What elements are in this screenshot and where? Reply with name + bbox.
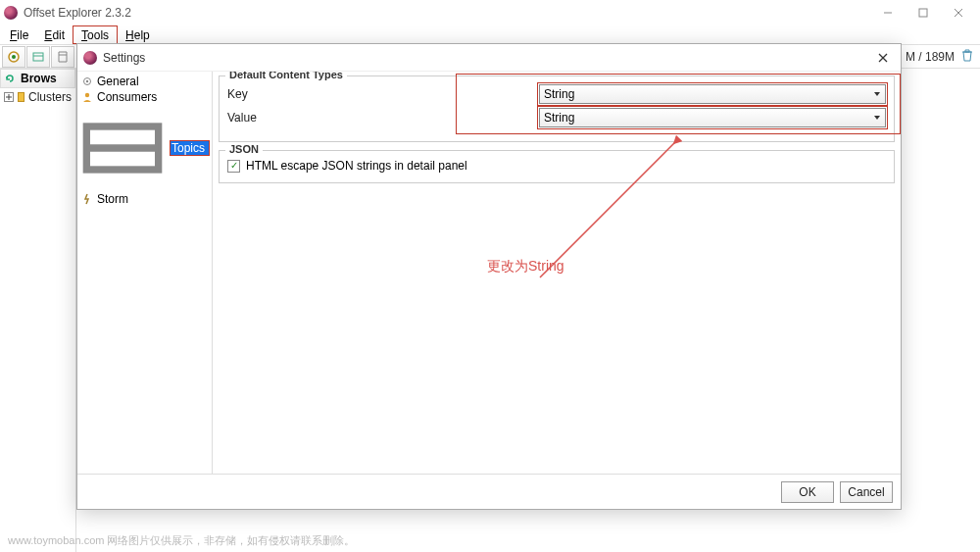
- toolbar-btn-2[interactable]: [26, 46, 50, 68]
- menubar: File Edit Tools Help: [0, 25, 980, 45]
- svg-point-15: [85, 93, 89, 97]
- settings-tree-topics[interactable]: Topics: [79, 105, 210, 191]
- dialog-title: Settings: [103, 51, 871, 65]
- ok-button[interactable]: OK: [781, 481, 834, 503]
- window-maximize-button[interactable]: [906, 0, 941, 25]
- dropdown-value: String: [544, 111, 574, 125]
- window-titlebar: Offset Explorer 2.3.2: [0, 0, 980, 25]
- gear-icon: [81, 75, 93, 87]
- menu-help[interactable]: Help: [118, 25, 158, 44]
- dialog-close-button[interactable]: [871, 48, 895, 68]
- window-close-button[interactable]: [941, 0, 976, 25]
- checkbox-label: HTML escape JSON strings in detail panel: [246, 159, 467, 173]
- settings-tree: General Consumers Topics Storm: [77, 72, 213, 474]
- settings-tree-consumers[interactable]: Consumers: [79, 89, 210, 105]
- topics-icon: [79, 105, 166, 191]
- cancel-button[interactable]: Cancel: [840, 481, 893, 503]
- window-minimize-button[interactable]: [870, 0, 906, 25]
- value-label: Value: [227, 111, 539, 125]
- group-title: Default Content Types: [225, 72, 347, 80]
- tree-item-clusters[interactable]: Clusters: [0, 88, 75, 106]
- dialog-footer: OK Cancel: [77, 474, 901, 509]
- annotation-text: 更改为String: [487, 258, 564, 276]
- settings-tree-general[interactable]: General: [79, 74, 210, 89]
- memory-label: M / 189M: [906, 50, 955, 64]
- key-label: Key: [227, 87, 539, 101]
- app-icon: [4, 6, 18, 20]
- tree-label: Storm: [97, 192, 128, 206]
- toolbar-btn-1[interactable]: [2, 46, 25, 68]
- expand-icon[interactable]: [4, 92, 14, 102]
- value-dropdown[interactable]: String: [539, 108, 886, 127]
- dropdown-value: String: [544, 87, 574, 101]
- svg-point-14: [86, 80, 88, 82]
- chevron-down-icon: [873, 111, 881, 125]
- dialog-icon: [83, 51, 97, 65]
- window-title: Offset Explorer 2.3.2: [24, 6, 870, 20]
- group-title: JSON: [225, 143, 263, 155]
- tree-item-label: Clusters: [28, 90, 72, 104]
- html-escape-checkbox[interactable]: ✓: [227, 160, 240, 173]
- svg-rect-1: [919, 9, 927, 17]
- menu-tools[interactable]: Tools: [73, 25, 118, 44]
- key-dropdown[interactable]: String: [539, 84, 886, 104]
- browser-header: Brows: [0, 69, 75, 88]
- settings-content: Default Content Types Key String Value S…: [213, 72, 901, 474]
- menu-file[interactable]: File: [2, 25, 36, 44]
- toolbar-btn-3[interactable]: [51, 46, 74, 68]
- browser-sidebar: Brows Clusters: [0, 69, 76, 552]
- svg-point-5: [12, 55, 16, 59]
- dialog-titlebar[interactable]: Settings: [77, 44, 901, 72]
- refresh-icon: [5, 74, 17, 83]
- tree-label: General: [97, 75, 139, 88]
- json-group: JSON ✓ HTML escape JSON strings in detai…: [219, 150, 895, 183]
- watermark-text: www.toymoban.com 网络图片仅供展示，非存储，如有侵权请联系删除。: [8, 533, 355, 548]
- user-icon: [81, 91, 93, 103]
- folder-icon: [18, 92, 24, 102]
- trash-icon[interactable]: [960, 48, 974, 65]
- tree-label: Topics: [170, 140, 210, 156]
- tree-label: Consumers: [97, 90, 157, 104]
- default-content-types-group: Default Content Types Key String Value S…: [219, 75, 895, 142]
- menu-edit[interactable]: Edit: [36, 25, 73, 44]
- svg-rect-6: [33, 53, 43, 61]
- chevron-down-icon: [873, 87, 881, 101]
- storm-icon: [81, 193, 93, 205]
- settings-tree-storm[interactable]: Storm: [79, 191, 210, 207]
- settings-dialog: Settings General Consumers Topics Storm: [76, 43, 902, 510]
